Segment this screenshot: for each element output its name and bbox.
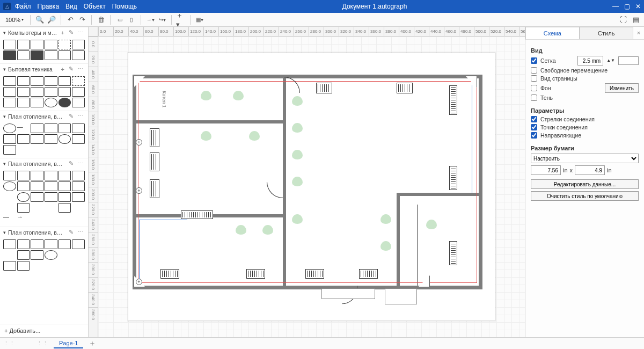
- node-icon[interactable]: +: [136, 187, 142, 194]
- shape-item[interactable]: [17, 50, 30, 60]
- shape-item[interactable]: [31, 181, 43, 191]
- shape-item[interactable]: [58, 192, 71, 202]
- freemove-checkbox[interactable]: [531, 67, 537, 74]
- shape-item[interactable]: [72, 50, 85, 60]
- edit-section-icon[interactable]: ✎: [68, 229, 75, 236]
- detail[interactable]: [385, 288, 417, 304]
- lamp[interactable]: [201, 91, 211, 100]
- shape-item[interactable]: [31, 87, 43, 97]
- waypoint-icon[interactable]: ↪▾: [157, 15, 167, 25]
- shape-item[interactable]: [17, 76, 30, 86]
- grid-color-swatch[interactable]: [618, 56, 639, 65]
- shape-item[interactable]: [58, 214, 71, 223]
- lamp[interactable]: [249, 131, 260, 141]
- shape-item[interactable]: [72, 192, 85, 202]
- shape-item[interactable]: [58, 40, 71, 49]
- shape-item[interactable]: [72, 261, 85, 271]
- node-icon[interactable]: +: [136, 279, 142, 285]
- menu-edit[interactable]: Правка: [38, 3, 60, 10]
- shape-item[interactable]: [72, 76, 85, 86]
- door[interactable]: [284, 77, 300, 93]
- shape-item[interactable]: [58, 87, 71, 97]
- shape-item[interactable]: [45, 134, 57, 144]
- door[interactable]: [267, 182, 283, 198]
- edit-data-button[interactable]: Редактировать данные...: [531, 179, 639, 189]
- shape-item[interactable]: [72, 239, 85, 249]
- table-icon[interactable]: ▦▾: [195, 15, 204, 25]
- shape-item[interactable]: [45, 250, 57, 260]
- shape-item[interactable]: [3, 87, 16, 97]
- radiator[interactable]: [150, 128, 159, 147]
- shape-item[interactable]: [72, 171, 85, 180]
- shape-item[interactable]: [45, 171, 57, 180]
- shape-item[interactable]: [3, 171, 16, 180]
- add-shape-icon[interactable]: +: [60, 30, 65, 36]
- change-bg-button[interactable]: Изменить: [605, 83, 639, 93]
- pipe[interactable]: [139, 220, 187, 220]
- wall[interactable]: [479, 75, 482, 289]
- pipe[interactable]: [138, 81, 477, 82]
- add-icon[interactable]: ＋▾: [176, 15, 186, 25]
- shape-item[interactable]: [58, 134, 71, 144]
- radiator[interactable]: [449, 85, 457, 115]
- shape-item[interactable]: [3, 203, 16, 213]
- close-button[interactable]: ✕: [635, 3, 641, 10]
- palette-section-hvac-1[interactable]: ▾ План отопления, вентиляции... ✎ ⋯: [0, 111, 88, 121]
- wall[interactable]: [283, 77, 286, 289]
- grid-size-input[interactable]: [577, 56, 603, 66]
- redo-icon[interactable]: ↷: [77, 15, 87, 25]
- shape-item[interactable]: [45, 192, 57, 202]
- paper-height-input[interactable]: [575, 165, 605, 175]
- shape-item[interactable]: [45, 123, 57, 133]
- shape-item[interactable]: →: [17, 214, 30, 223]
- menu-file[interactable]: Файл: [15, 3, 31, 10]
- background-checkbox[interactable]: [531, 85, 537, 91]
- shape-item[interactable]: [3, 76, 16, 86]
- wall[interactable]: [417, 205, 418, 286]
- shape-item[interactable]: [58, 171, 71, 180]
- shape-item[interactable]: [31, 98, 43, 107]
- connector-icon[interactable]: →▾: [145, 15, 155, 25]
- shape-item[interactable]: [31, 123, 43, 133]
- more-icon[interactable]: ⋯: [77, 113, 85, 120]
- clear-style-button[interactable]: Очистить стиль по умолчанию: [531, 191, 639, 201]
- palette-section-computers[interactable]: ▾ Компьютеры и мониторы + ✎ ⋯: [0, 27, 88, 38]
- wall[interactable]: [397, 193, 481, 196]
- corner-detail[interactable]: [418, 275, 430, 287]
- lamp[interactable]: [236, 225, 246, 235]
- lamp[interactable]: [201, 131, 211, 141]
- menu-object[interactable]: Объект: [84, 3, 106, 10]
- shape-item[interactable]: [17, 181, 30, 191]
- shape-item[interactable]: [17, 98, 30, 107]
- shape-item[interactable]: [58, 123, 71, 133]
- radiator[interactable]: [449, 166, 457, 190]
- shape-item[interactable]: [3, 40, 16, 49]
- lamp[interactable]: [380, 241, 391, 251]
- pipe[interactable]: [138, 81, 138, 283]
- shape-item[interactable]: —: [3, 214, 16, 223]
- shape-item[interactable]: [45, 40, 57, 49]
- palette-section-appliances[interactable]: ▾ Бытовая техника + ✎ ⋯: [0, 63, 88, 74]
- shape-item[interactable]: [17, 239, 30, 249]
- shape-item[interactable]: [17, 192, 30, 202]
- lamp[interactable]: [292, 214, 303, 224]
- shape-item[interactable]: [58, 76, 71, 86]
- pageview-checkbox[interactable]: [531, 75, 537, 82]
- shape-item[interactable]: [31, 250, 43, 260]
- lamp[interactable]: [292, 123, 303, 133]
- shape-item[interactable]: [31, 203, 43, 213]
- lamp[interactable]: [426, 220, 437, 229]
- shape-item[interactable]: [3, 123, 16, 133]
- shape-item[interactable]: [17, 250, 30, 260]
- edit-section-icon[interactable]: ✎: [68, 113, 75, 120]
- lamp[interactable]: [292, 96, 303, 106]
- radiator[interactable]: [181, 210, 213, 219]
- shape-item[interactable]: [45, 145, 57, 155]
- more-icon[interactable]: ⋯: [77, 66, 85, 72]
- shape-item[interactable]: [58, 145, 71, 155]
- shape-item[interactable]: [72, 98, 85, 107]
- add-page-button[interactable]: ＋: [89, 339, 96, 348]
- shape-item[interactable]: [31, 145, 43, 155]
- shape-item[interactable]: [45, 239, 57, 249]
- shape-item[interactable]: —: [17, 123, 30, 133]
